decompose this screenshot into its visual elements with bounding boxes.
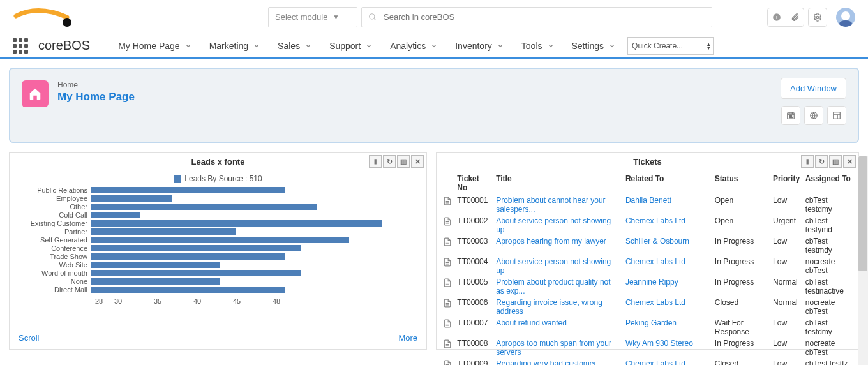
svg-text:31: 31	[789, 115, 793, 119]
close-icon[interactable]: ✕	[411, 155, 424, 168]
related-link[interactable]: Jeannine Rippy	[625, 278, 678, 287]
settings-icon[interactable]	[808, 8, 827, 27]
widget-title: Tickets ⫴ ↻ ▥ ✕	[437, 153, 858, 170]
x-tick: 28	[95, 297, 114, 305]
bar-track	[91, 212, 414, 218]
row-icon[interactable]	[440, 195, 454, 215]
widget-left-tools: ⫴ ↻ ▥ ✕	[369, 155, 424, 168]
ticket-title: About service person not showing up	[493, 215, 623, 235]
scroll-thumb[interactable]	[858, 156, 867, 271]
ticket-no: TT00003	[454, 235, 493, 256]
bar-fill	[91, 245, 301, 251]
related-link[interactable]: Chemex Labs Ltd	[625, 216, 685, 225]
page-title: My Home Page	[57, 91, 135, 103]
avatar[interactable]	[836, 8, 855, 27]
related-link[interactable]: Chemex Labs Ltd	[625, 359, 685, 365]
menu-item-sales[interactable]: Sales	[269, 41, 320, 51]
menu-item-my home page[interactable]: My Home Page	[109, 41, 200, 51]
ticket-link[interactable]: Problem about product quality not as exp…	[496, 278, 610, 295]
settings-icon[interactable]: ⫴	[369, 155, 382, 168]
ticket-link[interactable]: Regarding invoice issue, wrong address	[496, 298, 602, 316]
ticket-assigned: nocreate cbTest	[803, 297, 855, 317]
document-icon	[443, 318, 452, 329]
related-link[interactable]: Wky Am 930 Stereo	[625, 339, 693, 348]
ticket-assigned: cbTest testymd	[803, 215, 855, 235]
globe-icon[interactable]	[804, 106, 823, 125]
menu-item-analytics[interactable]: Analytics	[381, 41, 446, 51]
ticket-no: TT00005	[454, 276, 493, 297]
document-icon	[443, 298, 452, 308]
menu-item-inventory[interactable]: Inventory	[446, 41, 513, 51]
bar-label: Self Generated	[22, 236, 91, 244]
attachment-icon[interactable]	[786, 8, 804, 26]
ticket-link[interactable]: About service person not showing up	[496, 216, 611, 234]
related-link[interactable]: Dahlia Benett	[625, 196, 671, 205]
document-icon	[443, 359, 452, 365]
ticket-title: Regarding invoice issue, wrong address	[493, 297, 623, 317]
related-link[interactable]: Schiller & Osbourn	[625, 237, 689, 246]
scroll-link[interactable]: Scroll	[19, 333, 40, 343]
refresh-icon[interactable]: ↻	[815, 155, 828, 168]
chart-icon[interactable]: ▥	[829, 155, 842, 168]
ticket-link[interactable]: About refund wanted	[496, 318, 567, 327]
add-window-button[interactable]: Add Window	[781, 78, 846, 99]
bar-label: Public Relations	[22, 186, 91, 194]
widget-right-title: Tickets	[633, 157, 662, 167]
chart-legend: Leads By Source : 510	[22, 174, 414, 183]
ticket-link[interactable]: Regarding very bad customer service	[496, 359, 596, 365]
close-icon[interactable]: ✕	[843, 155, 856, 168]
search-box[interactable]	[361, 7, 712, 27]
row-icon[interactable]	[440, 215, 454, 235]
ticket-no: TT00001	[454, 195, 493, 215]
page-scrollbar[interactable]	[858, 156, 868, 365]
ticket-link[interactable]: Apropos hearing from my lawyer	[496, 237, 606, 246]
ticket-link[interactable]: Problem about cannot hear your salespers…	[496, 196, 605, 214]
bar-track	[91, 270, 414, 276]
refresh-icon[interactable]: ↻	[383, 155, 396, 168]
settings-icon[interactable]: ⫴	[801, 155, 814, 168]
legend-text: Leads By Source : 510	[184, 174, 262, 183]
quick-create-select[interactable]: Quick Create... ▴▾	[627, 37, 714, 55]
apps-launcher-icon[interactable]	[13, 38, 28, 54]
ticket-link[interactable]: Apropos too much span from your servers	[496, 339, 611, 357]
row-icon[interactable]	[440, 338, 454, 358]
menu-item-support[interactable]: Support	[320, 41, 381, 51]
bar-track	[91, 187, 414, 193]
menu-item-marketing[interactable]: Marketing	[200, 41, 269, 51]
search-input[interactable]	[384, 12, 705, 22]
layout-icon[interactable]	[827, 106, 846, 125]
related-link[interactable]: Chemex Labs Ltd	[625, 298, 685, 307]
row-icon[interactable]	[440, 297, 454, 317]
related-link[interactable]: Peking Garden	[625, 318, 677, 327]
row-icon[interactable]	[440, 235, 454, 256]
table-row: TT00005Problem about product quality not…	[440, 276, 855, 297]
menu-item-tools[interactable]: Tools	[513, 41, 563, 51]
ticket-priority: Low	[770, 317, 803, 338]
ticket-title: Problem about cannot hear your salespers…	[493, 195, 623, 215]
info-icon[interactable]: i	[768, 8, 786, 26]
module-select[interactable]: Select module ▼	[268, 7, 357, 27]
help-attach-group: i	[767, 8, 804, 27]
bar-fill	[91, 237, 349, 243]
ticket-title: Problem about product quality not as exp…	[493, 276, 623, 297]
ticket-link[interactable]: About service person not showing up	[496, 257, 611, 275]
row-icon[interactable]	[440, 317, 454, 338]
bar-row: Other	[22, 202, 414, 211]
more-link[interactable]: More	[398, 333, 417, 343]
chart-x-axis: 283035404548	[95, 297, 414, 305]
chart-icon[interactable]: ▥	[397, 155, 410, 168]
row-icon[interactable]	[440, 256, 454, 276]
row-icon[interactable]	[440, 276, 454, 297]
ticket-no: TT00004	[454, 256, 493, 276]
menu-item-settings[interactable]: Settings	[563, 41, 625, 51]
row-icon[interactable]	[440, 358, 454, 365]
bar-fill	[91, 262, 220, 268]
ticket-assigned: cbTest testtz	[803, 358, 855, 365]
related-link[interactable]: Chemex Labs Ltd	[625, 257, 685, 266]
calendar-icon[interactable]: 31	[781, 106, 800, 125]
bar-row: None	[22, 277, 414, 285]
bar-fill	[91, 220, 382, 227]
bar-fill	[91, 228, 236, 235]
bar-row: Public Relations	[22, 186, 414, 194]
ticket-status: In Progress	[712, 338, 770, 358]
